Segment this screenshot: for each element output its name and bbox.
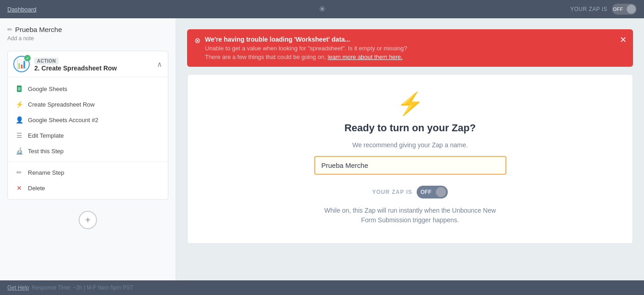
- zap-name-row: ✏ Prueba Merche: [7, 26, 168, 33]
- step-header: 📊 ACTION 2. Create Spreadsheet Row ∧: [8, 51, 168, 77]
- add-step-button[interactable]: +: [79, 211, 97, 229]
- template-menu-icon: ☰: [15, 131, 23, 139]
- zap-status-label: YOUR ZAP IS: [570, 6, 607, 12]
- ready-title: Ready to turn on your Zap?: [344, 122, 476, 134]
- menu-item-label-google-sheets: Google Sheets: [28, 86, 67, 92]
- menu-item-label-account: Google Sheets Account #2: [28, 117, 98, 123]
- bottom-bar: Get Help Response Time: ~2h | M-F 9am-5p…: [0, 280, 644, 295]
- menu-item-delete[interactable]: ✕ Delete: [8, 180, 168, 196]
- rename-menu-icon: ✏: [15, 168, 23, 177]
- menu-item-label-rename: Rename Step: [28, 169, 64, 176]
- menu-item-rename[interactable]: ✏ Rename Step: [8, 165, 168, 180]
- svg-rect-3: [18, 90, 21, 90]
- step-check-badge: [24, 55, 31, 61]
- ready-subtitle: We recommend giving your Zap a name.: [352, 141, 468, 149]
- step-info: ACTION 2. Create Spreadsheet Row: [34, 56, 117, 72]
- toggle-knob: [627, 5, 636, 14]
- error-suggestion: There are a few things that could be goi…: [205, 54, 626, 60]
- zap-toggle[interactable]: OFF: [612, 4, 637, 15]
- lightning-menu-icon: ⚡: [15, 100, 23, 108]
- get-help-link[interactable]: Get Help: [7, 284, 29, 291]
- error-description: Unable to get a value when looking for "…: [205, 45, 626, 52]
- zap-toggle-status-label: YOUR ZAP IS: [372, 189, 412, 195]
- edit-icon: ✏: [7, 26, 12, 33]
- top-nav: Dashboard ✳ YOUR ZAP IS OFF: [0, 0, 644, 18]
- test-menu-icon: 🔬: [15, 147, 23, 155]
- menu-item-edit-template[interactable]: ☰ Edit Template: [8, 128, 168, 143]
- step-icon-wrapper: 📊: [13, 56, 30, 72]
- toggle-off-label: OFF: [613, 6, 623, 12]
- menu-item-google-sheets[interactable]: Google Sheets: [8, 81, 168, 97]
- zap-toggle-knob: [436, 187, 446, 197]
- error-banner: ⊗ We're having trouble loading 'Workshee…: [187, 29, 633, 67]
- zap-toggle-off-label: OFF: [420, 189, 431, 195]
- zap-toggle-row: YOUR ZAP IS OFF: [372, 186, 448, 198]
- error-close-button[interactable]: ✕: [620, 35, 627, 45]
- step-card: 📊 ACTION 2. Create Spreadsheet Row ∧: [7, 51, 168, 200]
- step-header-left: 📊 ACTION 2. Create Spreadsheet Row: [13, 56, 117, 72]
- zap-name: Prueba Merche: [15, 26, 62, 33]
- error-content: We're having trouble loading 'Worksheet'…: [205, 36, 626, 60]
- response-time-text: Response Time: ~2h | M-F 9am-5pm PST: [32, 284, 133, 291]
- dashboard-link[interactable]: Dashboard: [7, 6, 37, 13]
- error-title: We're having trouble loading 'Worksheet'…: [205, 36, 626, 43]
- zap-main-toggle[interactable]: OFF: [417, 186, 448, 198]
- person-menu-icon: 👤: [15, 116, 23, 124]
- menu-item-create-row[interactable]: ⚡ Create Spreadsheet Row: [8, 97, 168, 112]
- add-note[interactable]: Add a note: [7, 35, 168, 42]
- main-layout: ✏ Prueba Merche Add a note 📊 ACTION 2. C…: [0, 18, 644, 295]
- error-suggestion-start: There are a few things that could be goi…: [205, 54, 326, 60]
- step-menu: Google Sheets ⚡ Create Spreadsheet Row 👤…: [8, 77, 168, 199]
- top-nav-center: ✳: [319, 4, 326, 14]
- menu-divider: [8, 161, 168, 162]
- loading-spinner-icon: ✳: [319, 5, 326, 14]
- top-nav-left: Dashboard: [7, 6, 37, 13]
- action-badge: ACTION: [34, 58, 59, 64]
- svg-rect-2: [18, 89, 21, 89]
- menu-item-label-edit-template: Edit Template: [28, 132, 64, 139]
- ready-description: While on, this Zap will run instantly wh…: [319, 206, 502, 225]
- menu-item-label-create-row: Create Spreadsheet Row: [28, 101, 95, 108]
- menu-item-account[interactable]: 👤 Google Sheets Account #2: [8, 112, 168, 128]
- top-nav-right: YOUR ZAP IS OFF: [570, 4, 637, 15]
- menu-item-label-test-step: Test this Step: [28, 148, 64, 155]
- menu-item-label-delete: Delete: [28, 185, 45, 192]
- sidebar: ✏ Prueba Merche Add a note 📊 ACTION 2. C…: [0, 18, 176, 295]
- error-learn-more-link[interactable]: learn more about them here.: [327, 54, 402, 60]
- ready-lightning-icon: ⚡: [397, 93, 424, 115]
- zap-name-input[interactable]: [314, 156, 506, 175]
- error-circle-icon: ⊗: [194, 36, 200, 45]
- ready-card: ⚡ Ready to turn on your Zap? We recommen…: [187, 74, 633, 244]
- step-title: 2. Create Spreadsheet Row: [34, 64, 117, 72]
- main-content: ⊗ We're having trouble loading 'Workshee…: [176, 18, 644, 295]
- menu-item-test-step[interactable]: 🔬 Test this Step: [8, 143, 168, 159]
- collapse-button[interactable]: ∧: [157, 60, 162, 69]
- delete-menu-icon: ✕: [15, 184, 23, 192]
- svg-rect-1: [18, 87, 21, 88]
- google-sheets-menu-icon: [15, 85, 23, 93]
